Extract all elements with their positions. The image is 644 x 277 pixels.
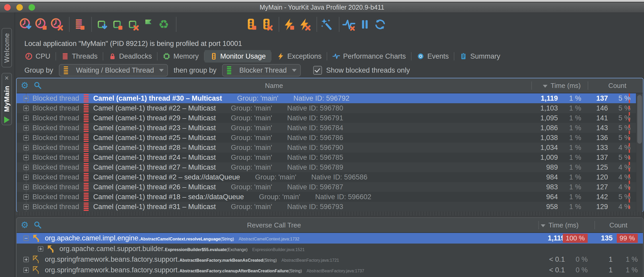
expand-toggle-icon[interactable] bbox=[23, 267, 29, 273]
column-header-name[interactable]: Name bbox=[17, 78, 531, 93]
status-line: Local application "MyMain" (PID 89212) i… bbox=[24, 37, 242, 50]
monitors-stop-button[interactable] bbox=[244, 16, 257, 32]
minimize-window-button[interactable] bbox=[16, 4, 23, 11]
reverse-call-arrow-icon bbox=[32, 234, 41, 243]
sidebar-tab-welcome[interactable]: Welcome bbox=[2, 28, 12, 67]
vertical-scrollbar[interactable] bbox=[636, 93, 643, 212]
column-header-count[interactable]: Count bbox=[609, 218, 627, 232]
time-pct-cell: 1 % bbox=[560, 172, 581, 182]
tab-summary[interactable]: Summary bbox=[454, 50, 505, 63]
column-divider[interactable] bbox=[594, 221, 595, 229]
magic-wand-button[interactable] bbox=[320, 16, 333, 32]
thread-group: Group: 'main' bbox=[231, 183, 272, 191]
panel-splitter[interactable] bbox=[16, 212, 643, 216]
tab-threads[interactable]: Threads bbox=[56, 50, 103, 63]
table-row[interactable]: Blocked threadCamel (camel-1) thread #28… bbox=[17, 143, 643, 153]
memory-stop-button[interactable] bbox=[111, 16, 124, 32]
table-row[interactable]: Blocked threadCamel (camel-1) thread #27… bbox=[17, 162, 643, 172]
source-location: ExpressionBuilder.java:1521 bbox=[252, 247, 305, 252]
threads-table-header: ⚙ Name Time (ms) Count bbox=[17, 78, 643, 93]
time-pct-cell: 1 % bbox=[560, 113, 581, 123]
close-window-button[interactable] bbox=[4, 4, 11, 11]
count-pct-cell: 5 % bbox=[610, 123, 631, 133]
column-divider[interactable] bbox=[531, 81, 532, 90]
expand-toggle-icon[interactable] bbox=[23, 257, 29, 262]
pause-icon bbox=[358, 18, 371, 31]
tab-memory[interactable]: Memory bbox=[157, 50, 204, 63]
count-cell: 137 bbox=[583, 93, 608, 103]
table-row[interactable]: Blocked threadCamel (camel-1) thread #2 … bbox=[17, 172, 643, 182]
table-row[interactable]: Blocked threadCamel (camel-1) thread #30… bbox=[17, 93, 643, 103]
monitors-clear-button[interactable] bbox=[260, 16, 273, 32]
thread-bars-icon bbox=[83, 183, 89, 191]
call-tree-row[interactable]: org.apache.camel.support.builder.Express… bbox=[17, 244, 643, 254]
group-by-dropdown[interactable]: Waiting / Blocked Thread bbox=[59, 64, 168, 77]
gc-recycle-button[interactable]: ♻ bbox=[157, 16, 170, 32]
traffic-light-icon bbox=[210, 52, 217, 60]
method-signature: org.apache.camel.impl.engine.AbstractCam… bbox=[45, 234, 299, 242]
tab-exceptions[interactable]: Exceptions bbox=[271, 50, 327, 63]
time-cell: 964 bbox=[514, 192, 558, 202]
cpu-clock-icon bbox=[25, 52, 33, 60]
pause-button[interactable] bbox=[358, 16, 371, 32]
telemetry-clear-button[interactable] bbox=[342, 16, 355, 32]
exceptions-stop-button[interactable] bbox=[282, 16, 295, 32]
column-divider[interactable] bbox=[588, 81, 588, 90]
tab-events[interactable]: Events bbox=[412, 50, 454, 63]
tab-label: Monitor Usage bbox=[220, 52, 266, 60]
source-location: AbstractCamelContext.java:1732 bbox=[239, 237, 299, 241]
close-session-icon[interactable]: × bbox=[5, 75, 9, 81]
table-row[interactable]: Blocked threadCamel (camel-1) thread #18… bbox=[17, 192, 643, 202]
refresh-button[interactable] bbox=[374, 16, 387, 32]
method-signature: org.springframework.beans.factory.suppor… bbox=[45, 266, 364, 274]
call-tree-row[interactable]: org.springframework.beans.factory.suppor… bbox=[17, 254, 643, 265]
row-state-label: Blocked thread bbox=[32, 124, 79, 132]
tab-monitor-usage[interactable]: Monitor Usage bbox=[204, 50, 271, 63]
running-play-icon bbox=[4, 116, 10, 123]
row-state-label: Blocked thread bbox=[32, 193, 79, 201]
then-group-by-dropdown[interactable]: Blocker Thread bbox=[222, 64, 301, 77]
table-row[interactable]: Blocked threadCamel (camel-1) thread #24… bbox=[17, 153, 643, 162]
table-row[interactable]: Blocked threadCamel (camel-1) thread #23… bbox=[17, 123, 643, 133]
blocked-threads-table: ⚙ Name Time (ms) Count Blocked threadCam… bbox=[16, 78, 643, 212]
sidebar-tab-mymain[interactable]: × MyMain bbox=[2, 73, 12, 125]
expand-toggle-icon[interactable] bbox=[23, 236, 29, 241]
column-header-time[interactable]: Time (ms) bbox=[543, 78, 581, 93]
call-tree-row[interactable]: org.apache.camel.impl.engine.AbstractCam… bbox=[17, 233, 643, 244]
tab-label: Deadlocks bbox=[119, 52, 152, 60]
table-row[interactable]: Blocked threadCamel (camel-1) thread #29… bbox=[17, 113, 643, 123]
call-tree-row[interactable]: org.springframework.beans.factory.suppor… bbox=[17, 265, 643, 275]
thread-name: Camel (camel-1) thread #24 – Multicast bbox=[93, 154, 216, 162]
count-cell: 120 bbox=[583, 172, 608, 182]
chevron-down-icon bbox=[159, 69, 164, 72]
time-cell: 984 bbox=[514, 172, 558, 182]
threads-stop-button[interactable] bbox=[73, 16, 86, 32]
exceptions-clear-button[interactable] bbox=[298, 16, 311, 32]
tab-performance-charts[interactable]: Performance Charts bbox=[327, 50, 411, 63]
thread-bars-icon bbox=[83, 114, 89, 122]
table-row[interactable]: Blocked threadCamel (camel-1) thread #22… bbox=[17, 103, 643, 113]
cpu-clock-stop-button[interactable] bbox=[35, 16, 48, 32]
toolbar-separator bbox=[317, 17, 317, 32]
memory-clear-button[interactable] bbox=[126, 16, 139, 32]
maximize-window-button[interactable] bbox=[29, 4, 35, 11]
table-row[interactable]: Blocked threadCamel (camel-1) thread #31… bbox=[17, 202, 643, 212]
column-header-time[interactable]: Time (ms) bbox=[541, 218, 579, 232]
flag-button[interactable] bbox=[142, 16, 155, 32]
gc-recycle-icon: ♻ bbox=[158, 18, 169, 30]
tab-deadlocks[interactable]: Deadlocks bbox=[103, 50, 157, 63]
thread-native-id: Native ID: 596787 bbox=[287, 183, 343, 191]
table-row[interactable]: Blocked threadCamel (camel-1) thread #26… bbox=[17, 182, 643, 192]
table-row[interactable]: Blocked threadCamel (camel-1) thread #25… bbox=[17, 133, 643, 143]
expand-toggle-icon[interactable] bbox=[38, 246, 43, 252]
memory-capture-button[interactable] bbox=[95, 16, 108, 32]
column-header-count[interactable]: Count bbox=[608, 78, 626, 93]
time-pct-cell: 1 % bbox=[560, 202, 581, 212]
tab-cpu[interactable]: CPU bbox=[20, 50, 56, 63]
cpu-clock-start-button[interactable] bbox=[19, 16, 32, 32]
show-blocked-threads-checkbox[interactable] bbox=[313, 66, 322, 75]
cpu-clock-clear-button[interactable] bbox=[50, 16, 63, 32]
scrollbar-thumb[interactable] bbox=[637, 95, 642, 144]
yourkit-profiler-window: MyMain - YourKit Java Profiler 2020.9-b4… bbox=[0, 0, 644, 277]
column-divider[interactable] bbox=[538, 221, 539, 229]
